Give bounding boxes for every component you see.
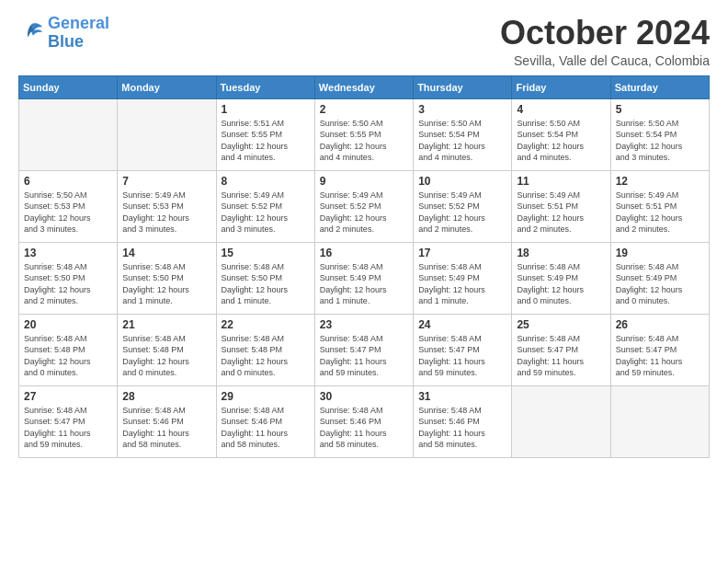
- day-number: 7: [122, 175, 210, 188]
- day-number: 28: [122, 390, 210, 403]
- day-number: 31: [418, 390, 506, 403]
- day-info: Sunrise: 5:48 AM Sunset: 5:50 PM Dayligh…: [24, 261, 112, 307]
- day-info: Sunrise: 5:48 AM Sunset: 5:49 PM Dayligh…: [418, 261, 506, 307]
- day-info: Sunrise: 5:51 AM Sunset: 5:55 PM Dayligh…: [222, 118, 310, 164]
- logo: General Blue: [18, 15, 109, 52]
- day-info: Sunrise: 5:48 AM Sunset: 5:48 PM Dayligh…: [122, 333, 210, 379]
- day-info: Sunrise: 5:48 AM Sunset: 5:47 PM Dayligh…: [616, 333, 704, 379]
- calendar-cell: [610, 385, 709, 457]
- day-info: Sunrise: 5:48 AM Sunset: 5:47 PM Dayligh…: [517, 333, 605, 379]
- header: General Blue October 2024 Sevilla, Valle…: [18, 15, 710, 68]
- header-day-tuesday: Tuesday: [216, 75, 314, 98]
- calendar-cell: 16Sunrise: 5:48 AM Sunset: 5:49 PM Dayli…: [314, 242, 413, 314]
- calendar-cell: 18Sunrise: 5:48 AM Sunset: 5:49 PM Dayli…: [512, 242, 610, 314]
- week-row-3: 20Sunrise: 5:48 AM Sunset: 5:48 PM Dayli…: [19, 314, 710, 385]
- calendar-cell: 3Sunrise: 5:50 AM Sunset: 5:54 PM Daylig…: [414, 98, 512, 170]
- logo-blue: Blue: [48, 33, 109, 52]
- calendar-cell: [512, 385, 610, 457]
- calendar-cell: 26Sunrise: 5:48 AM Sunset: 5:47 PM Dayli…: [610, 314, 709, 385]
- day-info: Sunrise: 5:49 AM Sunset: 5:52 PM Dayligh…: [320, 190, 408, 236]
- day-number: 6: [24, 175, 112, 188]
- calendar-cell: 28Sunrise: 5:48 AM Sunset: 5:46 PM Dayli…: [118, 385, 216, 457]
- day-info: Sunrise: 5:48 AM Sunset: 5:46 PM Dayligh…: [320, 405, 408, 451]
- calendar-cell: 1Sunrise: 5:51 AM Sunset: 5:55 PM Daylig…: [216, 98, 314, 170]
- day-number: 4: [517, 103, 605, 116]
- day-info: Sunrise: 5:49 AM Sunset: 5:53 PM Dayligh…: [122, 190, 210, 236]
- day-number: 19: [616, 247, 704, 259]
- header-day-thursday: Thursday: [414, 75, 512, 98]
- day-info: Sunrise: 5:48 AM Sunset: 5:50 PM Dayligh…: [222, 261, 310, 307]
- week-row-0: 1Sunrise: 5:51 AM Sunset: 5:55 PM Daylig…: [19, 98, 710, 170]
- calendar-cell: 31Sunrise: 5:48 AM Sunset: 5:46 PM Dayli…: [414, 385, 512, 457]
- calendar-cell: 4Sunrise: 5:50 AM Sunset: 5:54 PM Daylig…: [512, 98, 610, 170]
- calendar-cell: 17Sunrise: 5:48 AM Sunset: 5:49 PM Dayli…: [414, 242, 512, 314]
- calendar-table: SundayMondayTuesdayWednesdayThursdayFrid…: [18, 75, 710, 458]
- day-info: Sunrise: 5:50 AM Sunset: 5:55 PM Dayligh…: [320, 118, 408, 164]
- day-info: Sunrise: 5:50 AM Sunset: 5:54 PM Dayligh…: [517, 118, 605, 164]
- day-info: Sunrise: 5:48 AM Sunset: 5:47 PM Dayligh…: [418, 333, 506, 379]
- day-info: Sunrise: 5:48 AM Sunset: 5:46 PM Dayligh…: [418, 405, 506, 451]
- location-subtitle: Sevilla, Valle del Cauca, Colombia: [500, 53, 710, 68]
- calendar-cell: 12Sunrise: 5:49 AM Sunset: 5:51 PM Dayli…: [610, 170, 709, 242]
- header-day-wednesday: Wednesday: [314, 75, 413, 98]
- calendar-header: SundayMondayTuesdayWednesdayThursdayFrid…: [19, 75, 710, 98]
- calendar-cell: 20Sunrise: 5:48 AM Sunset: 5:48 PM Dayli…: [19, 314, 118, 385]
- calendar-cell: 21Sunrise: 5:48 AM Sunset: 5:48 PM Dayli…: [118, 314, 216, 385]
- calendar-cell: 15Sunrise: 5:48 AM Sunset: 5:50 PM Dayli…: [216, 242, 314, 314]
- day-info: Sunrise: 5:49 AM Sunset: 5:51 PM Dayligh…: [517, 190, 605, 236]
- day-info: Sunrise: 5:48 AM Sunset: 5:50 PM Dayligh…: [122, 261, 210, 307]
- day-number: 8: [222, 175, 310, 188]
- logo-general: General: [48, 14, 109, 32]
- calendar-cell: 7Sunrise: 5:49 AM Sunset: 5:53 PM Daylig…: [118, 170, 216, 242]
- week-row-2: 13Sunrise: 5:48 AM Sunset: 5:50 PM Dayli…: [19, 242, 710, 314]
- calendar-cell: 23Sunrise: 5:48 AM Sunset: 5:47 PM Dayli…: [314, 314, 413, 385]
- calendar-cell: 14Sunrise: 5:48 AM Sunset: 5:50 PM Dayli…: [118, 242, 216, 314]
- day-number: 2: [320, 103, 408, 116]
- day-info: Sunrise: 5:48 AM Sunset: 5:47 PM Dayligh…: [320, 333, 408, 379]
- day-number: 5: [616, 103, 704, 116]
- week-row-1: 6Sunrise: 5:50 AM Sunset: 5:53 PM Daylig…: [19, 170, 710, 242]
- day-number: 25: [517, 318, 605, 331]
- calendar-cell: [19, 98, 118, 170]
- day-number: 1: [222, 103, 310, 116]
- day-number: 20: [24, 318, 112, 331]
- day-number: 16: [320, 247, 408, 259]
- calendar-cell: 13Sunrise: 5:48 AM Sunset: 5:50 PM Dayli…: [19, 242, 118, 314]
- day-info: Sunrise: 5:49 AM Sunset: 5:52 PM Dayligh…: [418, 190, 506, 236]
- day-number: 11: [517, 175, 605, 188]
- day-number: 3: [418, 103, 506, 116]
- day-number: 15: [222, 247, 310, 259]
- day-number: 10: [418, 175, 506, 188]
- day-info: Sunrise: 5:50 AM Sunset: 5:53 PM Dayligh…: [24, 190, 112, 236]
- day-number: 30: [320, 390, 408, 403]
- day-info: Sunrise: 5:48 AM Sunset: 5:48 PM Dayligh…: [222, 333, 310, 379]
- calendar-cell: 5Sunrise: 5:50 AM Sunset: 5:54 PM Daylig…: [610, 98, 709, 170]
- day-info: Sunrise: 5:50 AM Sunset: 5:54 PM Dayligh…: [418, 118, 506, 164]
- day-number: 22: [222, 318, 310, 331]
- calendar-cell: 2Sunrise: 5:50 AM Sunset: 5:55 PM Daylig…: [314, 98, 413, 170]
- week-row-4: 27Sunrise: 5:48 AM Sunset: 5:47 PM Dayli…: [19, 385, 710, 457]
- calendar-cell: 30Sunrise: 5:48 AM Sunset: 5:46 PM Dayli…: [314, 385, 413, 457]
- calendar-cell: 29Sunrise: 5:48 AM Sunset: 5:46 PM Dayli…: [216, 385, 314, 457]
- day-info: Sunrise: 5:48 AM Sunset: 5:49 PM Dayligh…: [616, 261, 704, 307]
- day-number: 21: [122, 318, 210, 331]
- calendar-cell: 25Sunrise: 5:48 AM Sunset: 5:47 PM Dayli…: [512, 314, 610, 385]
- calendar-cell: 22Sunrise: 5:48 AM Sunset: 5:48 PM Dayli…: [216, 314, 314, 385]
- calendar-cell: 27Sunrise: 5:48 AM Sunset: 5:47 PM Dayli…: [19, 385, 118, 457]
- logo-text: General Blue: [48, 15, 109, 52]
- day-number: 17: [418, 247, 506, 259]
- day-number: 27: [24, 390, 112, 403]
- calendar-cell: 8Sunrise: 5:49 AM Sunset: 5:52 PM Daylig…: [216, 170, 314, 242]
- day-number: 13: [24, 247, 112, 259]
- header-day-sunday: Sunday: [19, 75, 118, 98]
- calendar-cell: 6Sunrise: 5:50 AM Sunset: 5:53 PM Daylig…: [19, 170, 118, 242]
- day-number: 9: [320, 175, 408, 188]
- header-day-friday: Friday: [512, 75, 610, 98]
- page: General Blue October 2024 Sevilla, Valle…: [0, 0, 728, 467]
- calendar-cell: 24Sunrise: 5:48 AM Sunset: 5:47 PM Dayli…: [414, 314, 512, 385]
- logo-icon: [18, 20, 44, 46]
- calendar-cell: 19Sunrise: 5:48 AM Sunset: 5:49 PM Dayli…: [610, 242, 709, 314]
- day-info: Sunrise: 5:49 AM Sunset: 5:52 PM Dayligh…: [222, 190, 310, 236]
- day-number: 18: [517, 247, 605, 259]
- day-number: 12: [616, 175, 704, 188]
